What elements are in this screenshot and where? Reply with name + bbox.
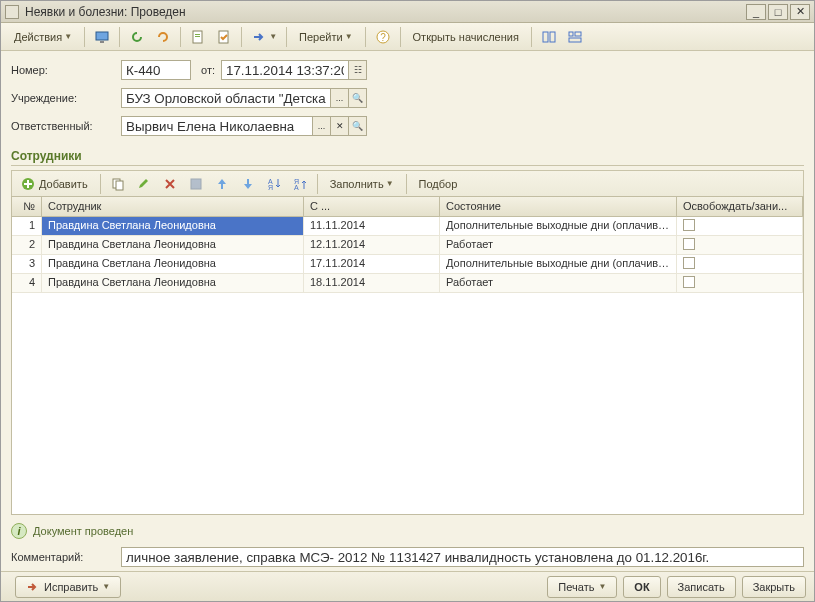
selection-button[interactable]: Подбор — [412, 173, 465, 195]
print-button[interactable]: Печать ▼ — [547, 576, 617, 598]
table-row[interactable]: 4 Правдина Светлана Леонидовна 18.11.201… — [12, 274, 803, 293]
cell-free — [677, 217, 803, 235]
monitor-icon — [94, 29, 110, 45]
col-n-header[interactable]: № — [12, 197, 42, 216]
layout-alt-icon — [567, 29, 583, 45]
cell-free — [677, 236, 803, 254]
close-window-button[interactable]: ✕ — [790, 4, 810, 20]
post-icon — [216, 29, 232, 45]
sort-asc-button[interactable]: АЯ — [262, 173, 286, 195]
copy-row-button[interactable] — [106, 173, 130, 195]
toolbar-separator — [286, 27, 287, 47]
arrow-right-icon — [251, 29, 267, 45]
resp-label: Ответственный: — [11, 120, 121, 132]
svg-rect-9 — [550, 32, 555, 42]
fix-button[interactable]: Исправить ▼ — [15, 576, 121, 598]
svg-rect-12 — [569, 38, 581, 42]
goto-menu[interactable]: Перейти ▼ — [292, 26, 360, 48]
cell-state: Дополнительные выходные дни (оплачивае..… — [440, 255, 677, 273]
checkbox-icon[interactable] — [683, 257, 695, 269]
col-state-header[interactable]: Состояние — [440, 197, 677, 216]
resp-field[interactable] — [121, 116, 313, 136]
selection-label: Подбор — [419, 178, 458, 190]
resp-clear-button[interactable]: ✕ — [331, 116, 349, 136]
toolbar-separator — [365, 27, 366, 47]
cell-state: Дополнительные выходные дни (оплачивае..… — [440, 217, 677, 235]
toolbar-separator — [241, 27, 242, 47]
sort-desc-icon: ЯА — [292, 176, 308, 192]
cell-employee: Правдина Светлана Леонидовна — [42, 217, 304, 235]
table-row[interactable]: 1 Правдина Светлана Леонидовна 11.11.201… — [12, 217, 803, 236]
cell-free — [677, 274, 803, 292]
arrow-up-icon — [214, 176, 230, 192]
chevron-down-icon: ▼ — [64, 32, 72, 41]
date-field[interactable] — [221, 60, 349, 80]
chevron-down-icon: ▼ — [345, 32, 353, 41]
date-picker-button[interactable]: ☷ — [349, 60, 367, 80]
window-title: Неявки и болезни: Проведен — [25, 5, 744, 19]
layout-2-button[interactable] — [563, 26, 587, 48]
cell-employee: Правдина Светлана Леонидовна — [42, 255, 304, 273]
ok-button[interactable]: ОК — [623, 576, 660, 598]
grid-header: № Сотрудник С ... Состояние Освобождать/… — [12, 197, 803, 217]
org-field[interactable] — [121, 88, 331, 108]
save-button[interactable]: Записать — [667, 576, 736, 598]
magnifier-icon: 🔍 — [352, 121, 363, 131]
actions-menu[interactable]: Действия ▼ — [7, 26, 79, 48]
col-employee-header[interactable]: Сотрудник — [42, 197, 304, 216]
org-ellipsis-button[interactable]: ... — [331, 88, 349, 108]
goto-label: Перейти — [299, 31, 343, 43]
minimize-button[interactable]: _ — [746, 4, 766, 20]
doc-post-button[interactable] — [212, 26, 236, 48]
help-icon: ? — [375, 29, 391, 45]
move-up-button[interactable] — [210, 173, 234, 195]
document-icon — [190, 29, 206, 45]
checkbox-icon[interactable] — [683, 276, 695, 288]
refresh-alt-icon — [155, 29, 171, 45]
toolbar-separator — [406, 174, 407, 194]
col-date-header[interactable]: С ... — [304, 197, 440, 216]
grid-body[interactable]: 1 Правдина Светлана Леонидовна 11.11.201… — [12, 217, 803, 514]
svg-rect-16 — [191, 179, 201, 189]
checkbox-icon[interactable] — [683, 219, 695, 231]
doc-new-button[interactable] — [186, 26, 210, 48]
refresh-green-button[interactable] — [125, 26, 149, 48]
resp-open-button[interactable]: 🔍 — [349, 116, 367, 136]
col-free-header[interactable]: Освобождать/зани... — [677, 197, 803, 216]
toolbar-separator — [531, 27, 532, 47]
number-field[interactable] — [121, 60, 191, 80]
svg-rect-15 — [116, 181, 123, 190]
save-row-button[interactable] — [184, 173, 208, 195]
cell-date: 12.11.2014 — [304, 236, 440, 254]
monitor-icon-button[interactable] — [90, 26, 114, 48]
maximize-button[interactable]: □ — [768, 4, 788, 20]
help-button[interactable]: ? — [371, 26, 395, 48]
resp-ellipsis-button[interactable]: ... — [313, 116, 331, 136]
open-calculations-button[interactable]: Открыть начисления — [406, 26, 526, 48]
add-row-button[interactable]: Добавить — [14, 173, 95, 195]
cell-n: 1 — [12, 217, 42, 235]
fix-label: Исправить — [44, 581, 98, 593]
refresh-orange-button[interactable] — [151, 26, 175, 48]
table-toolbar: Добавить АЯ — [11, 170, 804, 196]
table-row[interactable]: 3 Правдина Светлана Леонидовна 17.11.201… — [12, 255, 803, 274]
row-number: Номер: от: ☷ — [11, 59, 804, 81]
layout-1-button[interactable] — [537, 26, 561, 48]
move-down-button[interactable] — [236, 173, 260, 195]
footer: Исправить ▼ Печать ▼ ОК Записать Закрыть — [1, 571, 814, 601]
status-text: Документ проведен — [33, 525, 133, 537]
fill-menu[interactable]: Заполнить ▼ — [323, 173, 401, 195]
checkbox-icon[interactable] — [683, 238, 695, 250]
table-row[interactable]: 2 Правдина Светлана Леонидовна 12.11.201… — [12, 236, 803, 255]
add-label: Добавить — [39, 178, 88, 190]
svg-text:?: ? — [380, 32, 386, 43]
close-button[interactable]: Закрыть — [742, 576, 806, 598]
sort-desc-button[interactable]: ЯА — [288, 173, 312, 195]
edit-row-button[interactable] — [132, 173, 156, 195]
org-open-button[interactable]: 🔍 — [349, 88, 367, 108]
comment-field[interactable] — [121, 547, 804, 567]
delete-row-button[interactable] — [158, 173, 182, 195]
actions-label: Действия — [14, 31, 62, 43]
link-button[interactable]: ▼ — [247, 26, 281, 48]
status-row: i Документ проведен — [11, 523, 804, 539]
